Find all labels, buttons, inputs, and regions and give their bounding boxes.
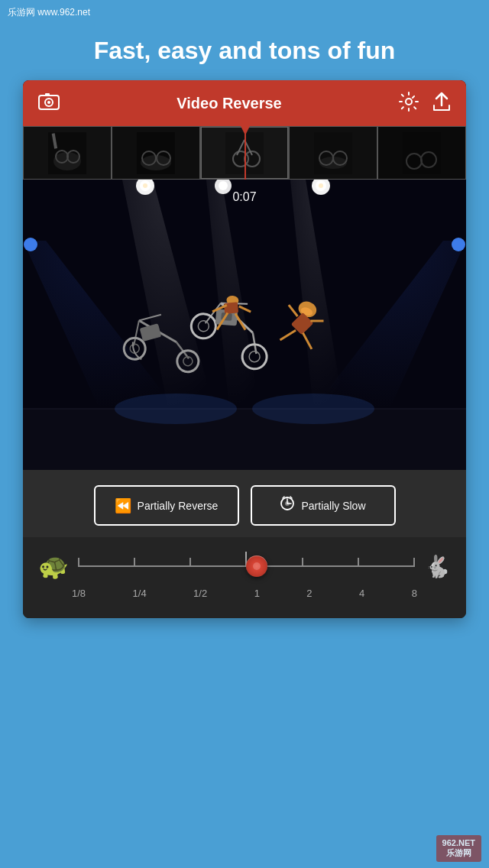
speed-label-4: 4 (359, 588, 364, 599)
watermark-962: 962.NET (442, 838, 475, 847)
speed-slider-container: 🐢 🐇 (38, 551, 451, 581)
svg-point-38 (219, 181, 228, 190)
svg-rect-66 (224, 302, 238, 314)
speed-area: 🐢 🐇 1/8 (23, 537, 466, 618)
app-toolbar: Video Reverse (23, 80, 466, 126)
app-title: Video Reverse (176, 95, 282, 112)
timeline-cursor[interactable] (244, 126, 246, 180)
speed-label-1-4: 1/4 (133, 588, 147, 599)
video-area: 0:07 (23, 180, 466, 470)
timeline-thumb-1 (23, 126, 112, 180)
watermark-top: 乐游网 www.962.net (0, 6, 489, 19)
speed-line (78, 565, 415, 567)
time-display: 0:07 (232, 190, 256, 204)
svg-rect-27 (23, 409, 466, 470)
speed-label-1-2: 1/2 (193, 588, 207, 599)
watermark-bottom-right: 962.NET 乐游网 (436, 835, 481, 862)
rabbit-icon: 🐇 (424, 554, 451, 579)
svg-point-42 (24, 238, 37, 251)
reverse-icon: ⏪ (115, 497, 131, 514)
speed-thumb[interactable] (246, 555, 267, 577)
buttons-row: ⏪ Partially Reverse Partially Slow (34, 485, 455, 526)
svg-point-41 (319, 183, 323, 188)
svg-rect-2 (45, 93, 50, 96)
speed-labels: 1/8 1/4 1/2 1 2 4 8 (38, 588, 451, 599)
toolbar-right-icons (399, 92, 451, 115)
partially-slow-label: Partially Slow (301, 500, 365, 512)
partially-reverse-button[interactable]: ⏪ Partially Reverse (94, 485, 239, 526)
scene-container (23, 180, 466, 470)
watermark-top-left: 乐游网 www.962.net (8, 6, 90, 19)
speed-track[interactable] (78, 551, 415, 581)
timeline-thumb-2 (112, 126, 200, 180)
timeline-thumb-4 (289, 126, 377, 180)
timeline-thumb-5 (377, 126, 466, 180)
turtle-icon: 🐢 (38, 552, 69, 581)
camera-icon[interactable] (38, 92, 60, 115)
speed-label-2: 2 (306, 588, 312, 599)
svg-rect-23 (403, 132, 441, 174)
app-card: Video Reverse (23, 80, 466, 618)
svg-point-43 (452, 238, 465, 251)
speed-label-1-8: 1/8 (72, 588, 86, 599)
svg-point-3 (47, 101, 50, 104)
slow-icon (280, 496, 295, 515)
svg-point-4 (406, 99, 412, 105)
svg-point-44 (115, 394, 237, 424)
svg-point-45 (252, 394, 374, 424)
timeline-strip[interactable] (23, 126, 466, 180)
svg-point-36 (143, 183, 147, 188)
settings-icon[interactable] (399, 92, 419, 115)
speed-label-1: 1 (254, 588, 260, 599)
partially-reverse-label: Partially Reverse (138, 500, 219, 512)
watermark-leyou: 乐游网 (442, 847, 475, 859)
speed-label-8: 8 (412, 588, 417, 599)
controls-area: ⏪ Partially Reverse Partially Slow (23, 470, 466, 537)
share-icon[interactable] (432, 92, 451, 115)
partially-slow-button[interactable]: Partially Slow (251, 485, 396, 526)
